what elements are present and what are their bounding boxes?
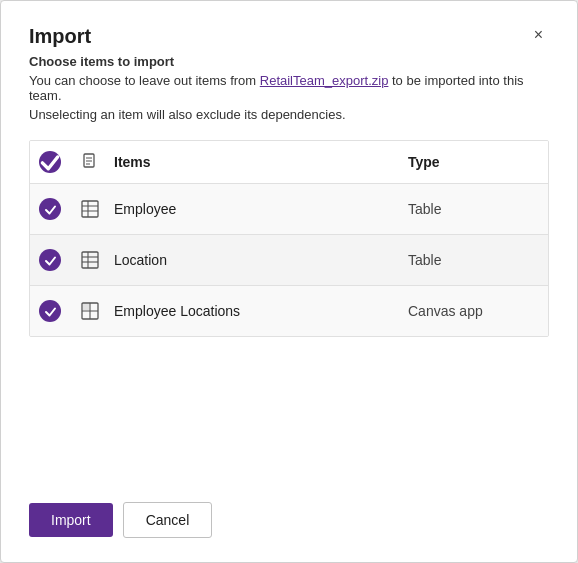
dialog-title: Import: [29, 25, 91, 48]
table-grid-icon-2: [80, 250, 100, 270]
svg-rect-4: [82, 201, 98, 217]
dialog-header: Import ×: [29, 25, 549, 48]
cancel-button[interactable]: Cancel: [123, 502, 213, 538]
header-check-cell: [30, 151, 70, 173]
row3-icon-cell: [70, 301, 110, 321]
close-button[interactable]: ×: [528, 25, 549, 45]
subtitle-text: You can choose to leave out items from: [29, 73, 260, 88]
subtitle-heading: Choose items to import: [29, 54, 174, 69]
import-dialog: Import × Choose items to import You can …: [0, 0, 578, 563]
table-row: Location Table: [30, 235, 548, 286]
svg-rect-15: [83, 304, 89, 310]
subtitle-line1: Choose items to import: [29, 54, 549, 69]
row1-checkbox[interactable]: [39, 198, 61, 220]
row1-name: Employee: [110, 201, 408, 217]
row1-icon-cell: [70, 199, 110, 219]
subtitle-line2: You can choose to leave out items from R…: [29, 73, 549, 103]
document-icon: [80, 152, 100, 172]
row2-name: Location: [110, 252, 408, 268]
dialog-footer: Import Cancel: [29, 486, 549, 538]
header-icon-cell: [70, 152, 110, 172]
subtitle-line3: Unselecting an item will also exclude it…: [29, 107, 549, 122]
row1-check-icon: [44, 203, 57, 216]
row2-check-icon: [44, 254, 57, 267]
export-link[interactable]: RetailTeam_export.zip: [260, 73, 389, 88]
table-grid-icon: [80, 199, 100, 219]
canvas-app-icon: [80, 301, 100, 321]
header-check-icon: [39, 151, 61, 173]
items-table: Items Type Employee Tab: [29, 140, 549, 337]
row2-checkbox[interactable]: [39, 249, 61, 271]
row3-check-cell: [30, 300, 70, 322]
row1-check-cell: [30, 198, 70, 220]
table-header-row: Items Type: [30, 141, 548, 184]
row3-check-icon: [44, 305, 57, 318]
items-column-header: Items: [110, 154, 408, 170]
type-column-header: Type: [408, 154, 548, 170]
row3-name: Employee Locations: [110, 303, 408, 319]
import-button[interactable]: Import: [29, 503, 113, 537]
row1-type: Table: [408, 201, 548, 217]
table-row: Employee Table: [30, 184, 548, 235]
row3-type: Canvas app: [408, 303, 548, 319]
row2-type: Table: [408, 252, 548, 268]
row2-icon-cell: [70, 250, 110, 270]
row2-check-cell: [30, 249, 70, 271]
svg-rect-8: [82, 252, 98, 268]
header-checkbox[interactable]: [39, 151, 61, 173]
row3-checkbox[interactable]: [39, 300, 61, 322]
table-row: Employee Locations Canvas app: [30, 286, 548, 336]
